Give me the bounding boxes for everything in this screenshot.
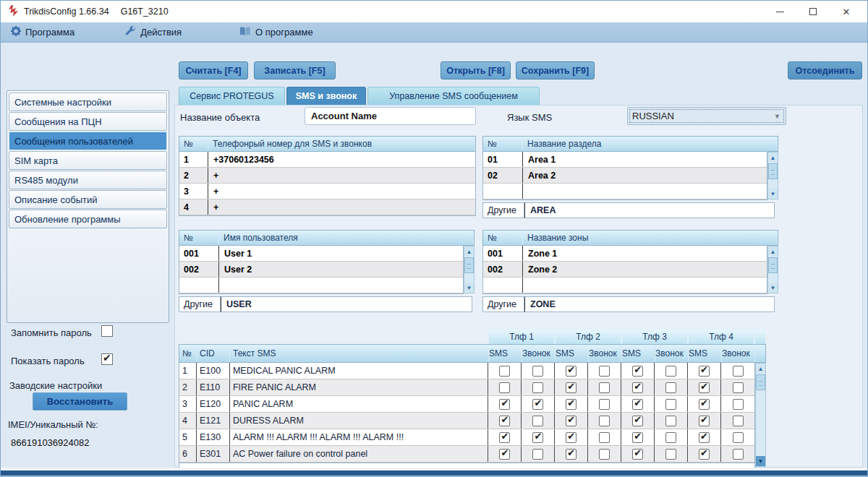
sms-checkbox[interactable]: [699, 449, 710, 460]
sms-text-cell[interactable]: AC Power failure on control panel: [230, 446, 489, 462]
cid-cell[interactable]: E110: [197, 379, 230, 395]
scroll-up-icon[interactable]: ▲: [768, 246, 778, 257]
sidebar-item-rs485-modules[interactable]: RS485 модули: [9, 171, 167, 189]
scroll-up-icon[interactable]: ▲: [756, 364, 765, 374]
call-checkbox[interactable]: [599, 416, 610, 426]
call-checkbox[interactable]: [733, 449, 744, 460]
cid-cell[interactable]: E301: [197, 446, 230, 462]
sms-checkbox[interactable]: [632, 449, 643, 460]
scroll-thumb[interactable]: [768, 257, 778, 273]
sidebar-item-sim-card[interactable]: SIM карта: [9, 151, 167, 170]
phone-cell[interactable]: +: [208, 184, 475, 199]
restore-button[interactable]: Восстановить: [33, 392, 127, 411]
sms-checkbox[interactable]: [499, 432, 510, 443]
sms-checkbox[interactable]: [632, 432, 643, 443]
cid-cell[interactable]: E100: [197, 363, 230, 379]
areas-other-value[interactable]: AREA: [524, 202, 775, 218]
disconnect-button[interactable]: Отсоединить: [788, 61, 862, 80]
menu-about[interactable]: О программе: [232, 22, 320, 42]
phone-cell[interactable]: +: [208, 168, 475, 183]
scroll-thumb[interactable]: [768, 163, 778, 179]
remember-password-checkbox[interactable]: [101, 325, 113, 337]
zone-name-cell[interactable]: [523, 278, 767, 293]
zones-scrollbar[interactable]: ▲ ▼: [767, 246, 778, 293]
read-button[interactable]: Считать [F4]: [179, 61, 248, 80]
scroll-down-icon[interactable]: ▼: [464, 283, 474, 293]
call-checkbox[interactable]: [665, 382, 676, 393]
call-checkbox[interactable]: [733, 382, 744, 393]
phone-cell[interactable]: +: [208, 199, 475, 215]
call-checkbox[interactable]: [733, 399, 744, 410]
scroll-down-icon[interactable]: ▼: [756, 456, 765, 466]
call-checkbox[interactable]: [665, 432, 676, 443]
sms-checkbox[interactable]: [632, 366, 643, 377]
sms-checkbox[interactable]: [499, 382, 510, 393]
sms-checkbox[interactable]: [699, 416, 710, 426]
call-checkbox[interactable]: [733, 366, 744, 377]
tab-protegus-service[interactable]: Сервис PROTEGUS: [179, 87, 285, 105]
user-name-cell[interactable]: [219, 278, 463, 293]
zone-name-cell[interactable]: Zone 1: [523, 246, 767, 261]
sms-text-cell[interactable]: ALARM !!! ALARM !!! ALARM !!! ALARM !!!: [230, 429, 489, 445]
call-checkbox[interactable]: [599, 366, 610, 377]
sms-checkbox[interactable]: [566, 366, 576, 377]
user-name-cell[interactable]: User 2: [219, 262, 463, 277]
call-checkbox[interactable]: [665, 399, 676, 410]
cid-cell[interactable]: E121: [197, 413, 230, 429]
sms-text-cell[interactable]: PANIC ALARM: [230, 396, 489, 412]
call-checkbox[interactable]: [532, 449, 543, 460]
areas-scrollbar[interactable]: ▲ ▼: [767, 152, 778, 199]
area-name-cell[interactable]: Area 2: [523, 168, 767, 183]
sidebar-item-event-description[interactable]: Описание событий: [9, 190, 167, 209]
users-other-value[interactable]: USER: [221, 296, 472, 312]
call-checkbox[interactable]: [599, 449, 610, 460]
tab-sms-and-call[interactable]: SMS и звонок: [286, 87, 366, 105]
sms-checkbox[interactable]: [566, 382, 576, 393]
call-checkbox[interactable]: [599, 432, 610, 443]
sms-text-cell[interactable]: MEDICAL PANIC ALARM: [230, 363, 489, 379]
call-checkbox[interactable]: [665, 366, 676, 377]
open-button[interactable]: Открыть [F8]: [441, 61, 511, 80]
sms-checkbox[interactable]: [632, 399, 643, 410]
sms-text-cell[interactable]: DURESS ALARM: [230, 413, 489, 429]
call-checkbox[interactable]: [599, 382, 610, 393]
call-checkbox[interactable]: [733, 432, 744, 443]
sms-language-select[interactable]: RUSSIAN ▼: [627, 107, 786, 125]
call-checkbox[interactable]: [733, 416, 744, 426]
scroll-down-icon[interactable]: ▼: [768, 189, 778, 199]
sms-checkbox[interactable]: [566, 449, 576, 460]
scroll-up-icon[interactable]: ▲: [464, 246, 474, 257]
sidebar-item-system-settings[interactable]: Системные настройки: [9, 93, 167, 111]
sidebar-item-firmware-update[interactable]: Обновление программы: [9, 210, 167, 228]
sms-checkbox[interactable]: [699, 382, 710, 393]
sidebar-item-user-reporting[interactable]: Сообщения пользователей: [9, 132, 167, 150]
zones-other-value[interactable]: ZONE: [524, 296, 775, 312]
sms-checkbox[interactable]: [499, 449, 510, 460]
menu-actions[interactable]: Действия: [118, 22, 189, 42]
users-scrollbar[interactable]: ▲ ▼: [464, 246, 475, 293]
cid-cell[interactable]: E130: [197, 429, 230, 445]
sms-checkbox[interactable]: [566, 432, 576, 443]
call-checkbox[interactable]: [599, 399, 610, 410]
close-button[interactable]: ✕: [830, 1, 863, 22]
tab-sms-control[interactable]: Управление SMS сообщением: [367, 87, 540, 105]
object-name-input[interactable]: Account Name: [305, 107, 476, 125]
sms-checkbox[interactable]: [566, 416, 576, 426]
sms-checkbox[interactable]: [632, 382, 643, 393]
call-checkbox[interactable]: [665, 416, 676, 426]
save-button[interactable]: Сохранить [F9]: [516, 61, 595, 80]
user-name-cell[interactable]: User 1: [219, 246, 463, 261]
call-checkbox[interactable]: [532, 399, 543, 410]
sms-checkbox[interactable]: [499, 416, 510, 426]
sms-checkbox[interactable]: [499, 399, 510, 410]
sms-checkbox[interactable]: [699, 432, 710, 443]
scroll-thumb[interactable]: [756, 374, 765, 390]
call-checkbox[interactable]: [532, 432, 543, 443]
sms-checkbox[interactable]: [699, 366, 710, 377]
scroll-up-icon[interactable]: ▲: [768, 152, 778, 163]
area-name-cell[interactable]: Area 1: [523, 152, 767, 167]
sidebar-item-cms-reporting[interactable]: Сообщения на ПЦН: [9, 112, 167, 131]
events-scrollbar[interactable]: ▲ ▼: [755, 363, 766, 467]
call-checkbox[interactable]: [532, 366, 543, 377]
call-checkbox[interactable]: [532, 382, 543, 393]
